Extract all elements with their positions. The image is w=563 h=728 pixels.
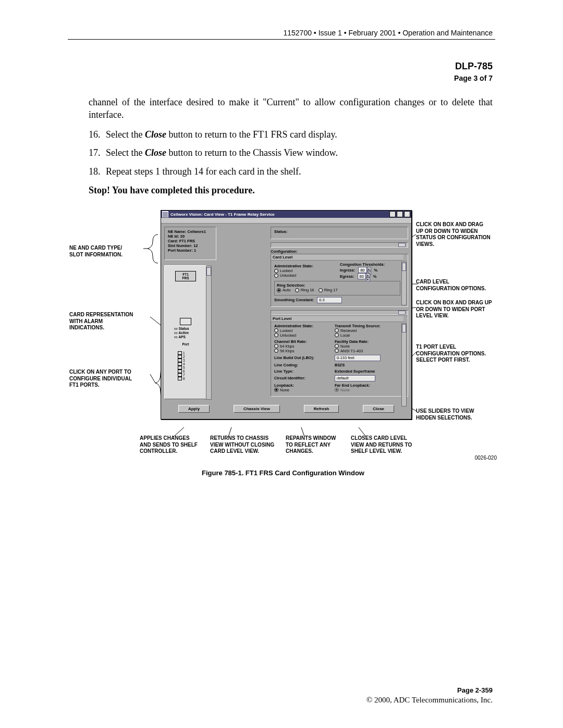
- header-rule: [68, 39, 495, 40]
- card-scrollbar[interactable]: [206, 266, 212, 400]
- menubar[interactable]: [161, 218, 411, 224]
- lbo-dd[interactable]: 0-133 feet: [335, 355, 381, 361]
- svg-line-6: [411, 352, 417, 357]
- egress-spin[interactable]: 80▴▾: [358, 273, 370, 279]
- callout-sliders: USE SLIDERS TO VIEWHIDDEN SELECTIONS.: [416, 408, 505, 421]
- refresh-button[interactable]: Refresh: [304, 405, 339, 413]
- farloop-none: None: [335, 388, 350, 392]
- callout-apply: APPLIES CHANGESAND SENDS TO SHELFCONTROL…: [140, 435, 215, 455]
- step-17-text: Select the Close button to return to the…: [106, 147, 493, 159]
- running-head: 1152700 • Issue 1 • February 2001 • Oper…: [283, 29, 493, 37]
- callout-close: CLOSES CARD LEVELVIEW AND RETURNS TOSHEL…: [351, 435, 434, 455]
- ring-17[interactable]: Ring 17: [319, 288, 338, 292]
- card-level-panel: Card Level Administrative State: Locked …: [271, 254, 408, 307]
- ring-16[interactable]: Ring 16: [295, 288, 314, 292]
- cbr-64[interactable]: 64 Kbps: [274, 344, 328, 349]
- app-window: Cellworx Vision: Card View - T1 Frame Re…: [161, 210, 412, 419]
- callout-card-rep: CARD REPRESENTATIONWITH ALARMINDICATIONS…: [69, 312, 153, 331]
- port-unlocked[interactable]: Unlocked: [274, 333, 328, 338]
- window-title: Cellworx Vision: Card View - T1 Frame Re…: [170, 212, 275, 217]
- callout-drag-status: CLICK ON BOX AND DRAGUP OR DOWN TO WIDEN…: [416, 221, 505, 248]
- fdr-none[interactable]: None: [335, 344, 365, 349]
- callout-ports: CLICK ON ANY PORT TOCONFIGURE INDIVIDUAL…: [69, 369, 153, 389]
- status-drag-handle[interactable]: [271, 242, 408, 248]
- step-18-num: 18.: [89, 166, 106, 178]
- ingress-spin[interactable]: 80▴▾: [358, 267, 371, 273]
- lcode-val: B3ZS: [335, 363, 345, 367]
- page-number: Page 2-359: [284, 686, 493, 694]
- chassis-button[interactable]: Chassis View: [234, 405, 280, 413]
- port-locked[interactable]: Locked: [274, 328, 328, 333]
- step-16-num: 16.: [89, 129, 106, 141]
- step-16-text: Select the Close button to return to the…: [106, 129, 493, 141]
- cardlevel-scroll[interactable]: [401, 262, 407, 305]
- page-of: Page 3 of 7: [454, 74, 493, 82]
- callout-card-level: CARD LEVELCONFIGURATION OPTIONS.: [416, 279, 510, 292]
- minimize-button[interactable]: –: [389, 211, 396, 217]
- smoothing-input[interactable]: 0.3: [317, 297, 342, 303]
- figure-ref-no: 0026-020: [475, 455, 497, 461]
- fdr-ansi[interactable]: ANSI T1-403: [335, 349, 365, 353]
- callout-refresh: REPAINTS WINDOWTO REFLECT ANYCHANGES.: [286, 435, 359, 455]
- admin-unlocked[interactable]: Unlocked: [274, 273, 334, 278]
- status-panel: Status:: [271, 227, 408, 239]
- intro-paragraph: channel of the interface desired to make…: [89, 96, 493, 121]
- portlevel-scroll[interactable]: [401, 323, 407, 406]
- tts-recv[interactable]: Recieved: [335, 328, 377, 333]
- callout-t1-port: T1 PORT LEVELCONFIGURATION OPTIONS.SELEC…: [416, 344, 515, 364]
- step-18-text: Repeat steps 1 through 14 for each card …: [106, 166, 493, 178]
- tts-local[interactable]: Local: [335, 333, 377, 338]
- loop-none[interactable]: None: [274, 388, 289, 392]
- dlp-code: DLP-785: [454, 61, 493, 72]
- card-graphic: FT1FRS ▭ Status ▭ Active ▭ APS Port 1 2 …: [164, 265, 207, 399]
- step-17-num: 17.: [89, 147, 106, 159]
- ltype-val: Extended Superframe: [335, 369, 375, 374]
- stop-line: Stop! You have completed this procedure.: [89, 184, 493, 197]
- port-level-panel: Port Level Administrative State: Locked …: [271, 315, 408, 397]
- figure-caption: Figure 785-1. FT1 FRS Card Configuration…: [69, 469, 497, 477]
- copyright: © 2000, ADC Telecommunications, Inc.: [284, 696, 493, 705]
- close-window-button[interactable]: X: [404, 211, 410, 217]
- apply-button[interactable]: Apply: [178, 405, 210, 413]
- port-list[interactable]: 1 2 3 4 5 6 7 8: [178, 351, 193, 380]
- sysmenu-icon[interactable]: [162, 211, 168, 217]
- maximize-button[interactable]: □: [397, 211, 403, 217]
- titlebar[interactable]: Cellworx Vision: Card View - T1 Frame Re…: [161, 211, 411, 218]
- ne-info-panel: NE Name: Cellworx1 NE Id: 20 Card: FT1 F…: [164, 227, 216, 260]
- cbr-56[interactable]: 56 Kbps: [274, 349, 328, 353]
- callout-ne-info: NE AND CARD TYPE/SLOT INFORMATION.: [69, 245, 148, 258]
- ring-auto[interactable]: Auto: [277, 288, 290, 292]
- config-label: Configuration:: [271, 249, 408, 254]
- svg-line-2: [150, 374, 155, 383]
- port-drag-handle[interactable]: [271, 310, 408, 315]
- admin-locked[interactable]: Locked: [274, 268, 334, 273]
- callout-drag-port: CLICK ON BOX AND DRAG UPOR DOWN TO WIDEN…: [416, 300, 515, 319]
- circ-input[interactable]: default: [335, 375, 375, 381]
- card-chip: FT1FRS: [175, 271, 196, 281]
- close-button[interactable]: Close: [363, 405, 394, 413]
- callout-chassis: RETURNS TO CHASSISVIEW WITHOUT CLOSINGCA…: [210, 435, 293, 455]
